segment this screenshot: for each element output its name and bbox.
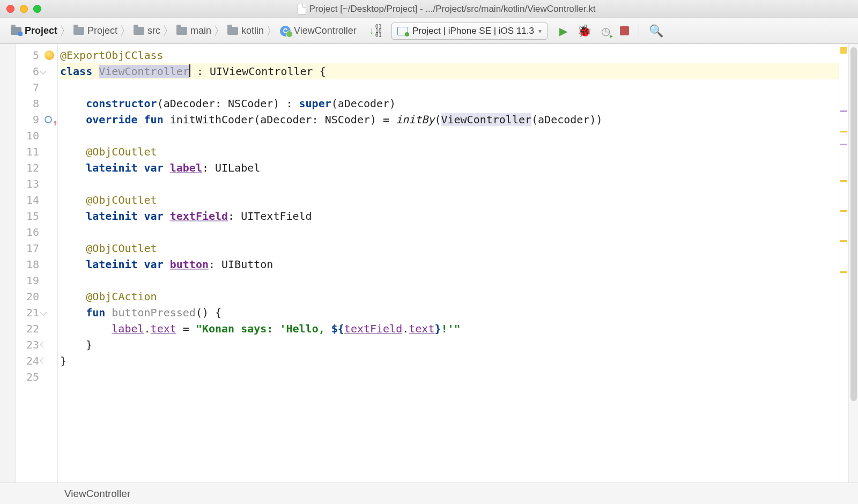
override-marker-icon[interactable] — [45, 116, 52, 123]
crumb-project-root[interactable]: Project — [8, 24, 61, 38]
code-line-25[interactable] — [60, 369, 839, 385]
line-number[interactable]: 7 — [16, 79, 57, 95]
fold-toggle-icon[interactable] — [40, 309, 47, 316]
line-number[interactable]: 15 — [16, 208, 57, 224]
code-line-7[interactable] — [60, 79, 839, 95]
window-title-text: Project [~/Desktop/Project] - .../Projec… — [309, 4, 596, 14]
warning-mark[interactable] — [840, 131, 847, 132]
crumb-label: Project — [87, 25, 117, 36]
crumb-separator: 〉 — [60, 23, 71, 39]
code-line-12[interactable]: lateinit var label: UILabel — [60, 160, 839, 176]
code-line-15[interactable]: lateinit var textField: UITextField — [60, 208, 839, 224]
code-line-21[interactable]: fun buttonPressed() { — [60, 305, 839, 321]
line-number[interactable]: 8 — [16, 95, 57, 112]
search-everywhere-button[interactable]: 🔍 — [649, 24, 663, 38]
error-stripe[interactable] — [839, 44, 848, 483]
intention-bulb-icon[interactable] — [45, 50, 54, 60]
title-bar[interactable]: Project [~/Desktop/Project] - .../Projec… — [0, 0, 858, 18]
code-line-17[interactable]: @ObjCOutlet — [60, 240, 839, 256]
sort-members-button[interactable]: ↓ 011001 — [369, 25, 382, 38]
code-line-22[interactable]: label.text = "Konan says: 'Hello, ${text… — [60, 321, 839, 337]
warning-mark[interactable] — [840, 110, 847, 112]
run-configuration-dropdown[interactable]: Project | iPhone SE | iOS 11.3 ▾ — [391, 23, 548, 40]
sort-bits-icon: 011001 — [375, 25, 382, 38]
crumb-src[interactable]: src — [130, 24, 164, 38]
editor: 5678910111213141516171819202122232425 @E… — [0, 44, 858, 483]
fold-toggle-icon[interactable] — [40, 68, 47, 75]
crumb-label: kotlin — [241, 25, 264, 36]
warning-mark[interactable] — [840, 271, 847, 273]
code-line-11[interactable]: @ObjCOutlet — [60, 144, 839, 160]
line-number[interactable]: 25 — [16, 369, 57, 385]
debug-button[interactable]: 🐞 — [577, 24, 591, 38]
arrow-down-icon: ↓ — [369, 25, 374, 36]
line-number[interactable]: 20 — [16, 288, 57, 305]
crumb-project[interactable]: Project — [70, 24, 121, 38]
line-number[interactable]: 10 — [16, 128, 57, 144]
crumb-main[interactable]: main — [173, 24, 214, 38]
run-with-coverage-button[interactable]: ◷▸ — [601, 25, 610, 38]
line-number[interactable]: 14 — [16, 192, 57, 208]
file-icon — [298, 4, 306, 14]
code-line-10[interactable] — [60, 128, 839, 144]
line-number[interactable]: 19 — [16, 272, 57, 288]
line-number[interactable]: 9 — [16, 112, 57, 128]
toolbar-actions: ▶ 🐞 ◷▸ 🔍 — [559, 24, 663, 38]
fold-toggle-icon[interactable] — [40, 341, 47, 348]
crumb-separator: 〉 — [162, 23, 174, 39]
code-line-19[interactable] — [60, 272, 839, 288]
line-number[interactable]: 16 — [16, 224, 57, 240]
code-line-18[interactable]: lateinit var button: UIButton — [60, 256, 839, 272]
toolbar-divider — [639, 24, 639, 38]
code-line-20[interactable]: @ObjCAction — [60, 288, 839, 305]
footer-crumb[interactable]: ViewController — [64, 488, 130, 500]
code-line-6[interactable]: class ViewController : UIViewController … — [60, 63, 839, 79]
code-line-9[interactable]: override fun initWithCoder(aDecoder: NSC… — [60, 112, 839, 128]
code-line-23[interactable]: } — [60, 337, 839, 353]
crumb-kotlin[interactable]: kotlin — [224, 24, 267, 38]
line-number[interactable]: 6 — [16, 63, 57, 79]
scrollbar-thumb[interactable] — [850, 47, 857, 401]
code-line-5[interactable]: @ExportObjCClass — [60, 47, 839, 63]
left-tool-strip[interactable] — [0, 44, 16, 483]
folder-icon — [73, 27, 84, 35]
line-number[interactable]: 23 — [16, 337, 57, 353]
line-number[interactable]: 11 — [16, 144, 57, 160]
crumb-separator: 〉 — [120, 23, 131, 39]
fold-toggle-icon[interactable] — [40, 357, 47, 364]
crumb-label: src — [147, 25, 160, 36]
crumb-separator: 〉 — [213, 23, 225, 39]
minimize-window-button[interactable] — [20, 5, 28, 13]
code-line-13[interactable] — [60, 176, 839, 192]
crumb-file[interactable]: ViewController — [277, 24, 360, 38]
folder-icon — [134, 27, 144, 35]
inspection-indicator[interactable] — [840, 47, 847, 54]
maximize-window-button[interactable] — [33, 5, 41, 13]
folder-icon — [227, 27, 238, 35]
code-area[interactable]: @ExportObjCClass class ViewController : … — [58, 44, 839, 483]
line-number[interactable]: 17 — [16, 240, 57, 256]
line-number[interactable]: 21 — [16, 305, 57, 321]
line-number[interactable]: 18 — [16, 256, 57, 272]
code-line-14[interactable]: @ObjCOutlet — [60, 192, 839, 208]
line-number[interactable]: 12 — [16, 160, 57, 176]
line-number[interactable]: 5 — [16, 47, 57, 63]
line-number-gutter[interactable]: 5678910111213141516171819202122232425 — [16, 44, 58, 483]
code-line-24[interactable]: } — [60, 353, 839, 369]
warning-mark[interactable] — [840, 180, 847, 182]
warning-mark[interactable] — [840, 240, 847, 242]
warning-mark[interactable] — [840, 210, 847, 212]
vertical-scrollbar[interactable] — [848, 44, 858, 483]
breadcrumbs: Project 〉 Project 〉 src 〉 main 〉 kotlin … — [8, 23, 360, 39]
code-line-8[interactable]: constructor(aDecoder: NSCoder) : super(a… — [60, 95, 839, 112]
chevron-down-icon: ▾ — [538, 27, 542, 35]
code-line-16[interactable] — [60, 224, 839, 240]
line-number[interactable]: 22 — [16, 321, 57, 337]
run-button[interactable]: ▶ — [559, 25, 567, 38]
close-window-button[interactable] — [6, 5, 14, 13]
line-number[interactable]: 24 — [16, 353, 57, 369]
line-number[interactable]: 13 — [16, 176, 57, 192]
crumb-separator: 〉 — [266, 23, 278, 39]
stop-button[interactable] — [620, 26, 629, 35]
warning-mark[interactable] — [840, 144, 847, 145]
